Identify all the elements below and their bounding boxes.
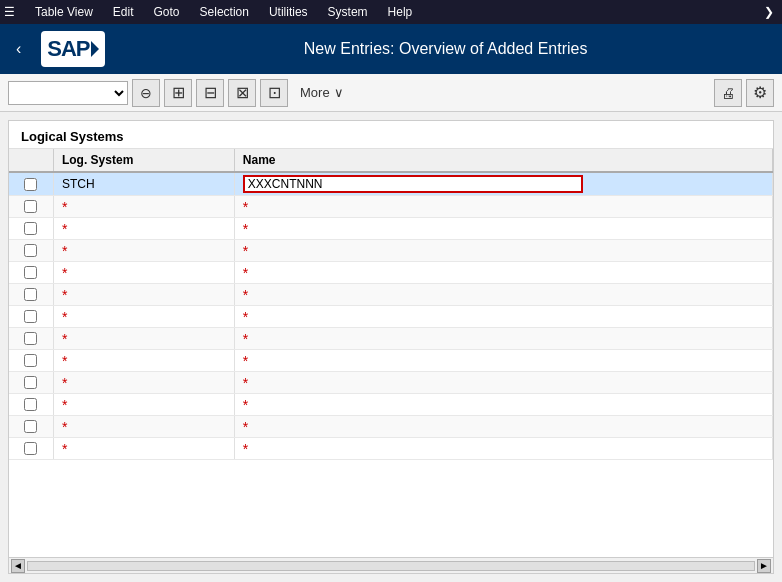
toolbar-btn-grid3[interactable]: ⊠ [228,79,256,107]
row-checkbox[interactable] [24,332,37,345]
toolbar-btn-grid2[interactable]: ⊟ [196,79,224,107]
asterisk: * [243,441,248,457]
sap-logo-text: SAP [47,36,89,62]
entries-table: Log. System Name STCH [9,149,773,460]
col-header-checkbox [9,149,53,172]
asterisk: * [62,265,67,281]
name-input[interactable] [243,175,583,193]
col-header-logsystem: Log. System [53,149,234,172]
row-checkbox[interactable] [24,200,37,213]
page-title: New Entries: Overview of Added Entries [121,40,770,58]
sap-header: ‹ SAP New Entries: Overview of Added Ent… [0,24,782,74]
row-checkbox[interactable] [24,398,37,411]
asterisk: * [243,397,248,413]
row-checkbox[interactable] [24,376,37,389]
asterisk: * [62,397,67,413]
asterisk: * [243,243,248,259]
asterisk: * [243,309,248,325]
menu-bar: ☰ Table View Edit Goto Selection Utiliti… [0,0,782,24]
asterisk: * [243,287,248,303]
toolbar-btn-minus[interactable]: ⊖ [132,79,160,107]
sap-logo-triangle [91,41,99,57]
grid4-icon: ⊡ [268,83,281,102]
logsystem-value: STCH [62,177,95,191]
table-row: STCH [9,172,773,196]
row-checkbox[interactable] [24,310,37,323]
row-name-cell-active[interactable] [234,172,772,196]
horizontal-scrollbar[interactable]: ◄ ► [9,557,773,573]
table-row: * * [9,306,773,328]
grid3-icon: ⊠ [236,83,249,102]
more-label: More [300,85,330,100]
settings-button[interactable]: ⚙ [746,79,774,107]
asterisk: * [243,265,248,281]
menu-item-goto[interactable]: Goto [150,3,184,21]
row-checkbox-cell [9,172,53,196]
grid1-icon: ⊞ [172,83,185,102]
asterisk: * [243,353,248,369]
menu-item-edit[interactable]: Edit [109,3,138,21]
row-checkbox[interactable] [24,178,37,191]
toolbar-btn-grid4[interactable]: ⊡ [260,79,288,107]
table-row: * * [9,438,773,460]
row-logsystem-cell: STCH [53,172,234,196]
asterisk: * [62,441,67,457]
row-checkbox[interactable] [24,442,37,455]
table-row: * * [9,284,773,306]
content-area: Logical Systems Log. System Name [8,120,774,574]
toolbar: ⊖ ⊞ ⊟ ⊠ ⊡ More ∨ 🖨 ⚙ [0,74,782,112]
menu-item-tableview[interactable]: Table View [31,3,97,21]
col-header-name: Name [234,149,772,172]
hamburger-icon[interactable]: ☰ [4,5,15,19]
asterisk: * [62,243,67,259]
table-row: * * [9,196,773,218]
table-container: Log. System Name STCH [9,149,773,557]
row-checkbox[interactable] [24,222,37,235]
menu-item-utilities[interactable]: Utilities [265,3,312,21]
table-row: * * [9,218,773,240]
scroll-right-icon: ► [759,560,769,571]
asterisk: * [243,331,248,347]
row-checkbox[interactable] [24,288,37,301]
table-row: * * [9,394,773,416]
settings-icon: ⚙ [753,83,767,102]
asterisk: * [243,199,248,215]
table-row: * * [9,372,773,394]
asterisk: * [243,221,248,237]
more-button[interactable]: More ∨ [292,81,352,104]
table-row: * * [9,262,773,284]
menu-item-selection[interactable]: Selection [196,3,253,21]
asterisk: * [62,375,67,391]
scroll-track[interactable] [27,561,755,571]
row-checkbox[interactable] [24,244,37,257]
nav-forward-icon[interactable]: ❯ [760,3,778,21]
print-icon: 🖨 [721,85,735,101]
table-row: * * [9,416,773,438]
sap-logo: SAP [41,31,105,67]
asterisk: * [243,375,248,391]
row-checkbox[interactable] [24,420,37,433]
asterisk: * [243,419,248,435]
menu-item-help[interactable]: Help [384,3,417,21]
asterisk: * [62,309,67,325]
chevron-down-icon: ∨ [334,85,344,100]
asterisk: * [62,353,67,369]
toolbar-dropdown[interactable] [8,81,128,105]
menu-item-system[interactable]: System [324,3,372,21]
scroll-left-button[interactable]: ◄ [11,559,25,573]
table-row: * * [9,240,773,262]
back-button[interactable]: ‹ [12,36,25,62]
asterisk: * [62,331,67,347]
asterisk: * [62,287,67,303]
asterisk: * [62,419,67,435]
row-checkbox[interactable] [24,266,37,279]
back-icon: ‹ [16,40,21,57]
toolbar-btn-grid1[interactable]: ⊞ [164,79,192,107]
scroll-right-button[interactable]: ► [757,559,771,573]
row-checkbox[interactable] [24,354,37,367]
print-button[interactable]: 🖨 [714,79,742,107]
minus-icon: ⊖ [140,85,152,101]
asterisk: * [62,199,67,215]
scroll-left-icon: ◄ [13,560,23,571]
table-row: * * [9,350,773,372]
